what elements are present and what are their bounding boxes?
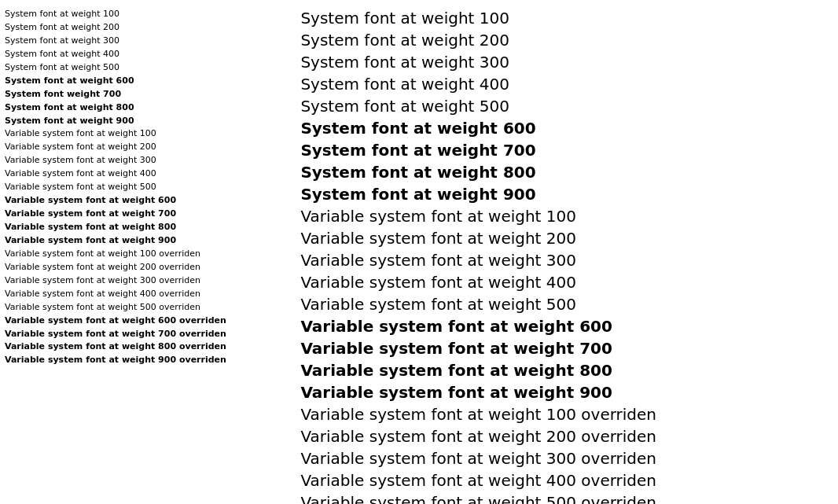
list-item: Variable system font at weight 100: [300, 206, 833, 227]
list-item: Variable system font at weight 900 overr…: [5, 354, 300, 366]
list-item: Variable system font at weight 700: [300, 338, 833, 359]
list-item: System font at weight 300: [5, 35, 300, 47]
list-item: Variable system font at weight 800: [300, 360, 833, 381]
list-item: Variable system font at weight 400: [5, 167, 300, 180]
list-item: Variable system font at weight 300: [5, 154, 300, 167]
list-item: Variable system font at weight 300: [300, 250, 833, 271]
list-item: Variable system font at weight 200 overr…: [300, 426, 833, 447]
list-item: System font at weight 700: [300, 140, 833, 161]
list-item: Variable system font at weight 600: [5, 194, 300, 207]
list-item: System font at weight 900: [5, 115, 300, 127]
list-item: Variable system font at weight 500 overr…: [5, 301, 300, 314]
list-item: Variable system font at weight 700: [5, 208, 300, 220]
list-item: Variable system font at weight 400 overr…: [5, 288, 300, 300]
list-item: Variable system font at weight 100: [5, 127, 300, 140]
list-item: Variable system font at weight 700 overr…: [5, 328, 300, 340]
list-item: Variable system font at weight 200 overr…: [5, 261, 300, 274]
list-item: System font at weight 200: [5, 21, 300, 34]
list-item: Variable system font at weight 900: [300, 382, 833, 403]
list-item: Variable system font at weight 500 overr…: [300, 492, 833, 504]
list-item: System font weight 700: [5, 88, 300, 101]
list-item: Variable system font at weight 100 overr…: [5, 248, 300, 260]
list-item: System font at weight 500: [5, 61, 300, 74]
list-item: System font at weight 800: [300, 162, 833, 183]
list-item: Variable system font at weight 800: [5, 221, 300, 234]
list-item: System font at weight 800: [5, 101, 300, 114]
list-item: System font at weight 900: [300, 184, 833, 205]
list-item: Variable system font at weight 200: [5, 141, 300, 153]
list-item: Variable system font at weight 100 overr…: [300, 404, 833, 425]
list-item: Variable system font at weight 600 overr…: [5, 315, 300, 327]
list-item: Variable system font at weight 800 overr…: [5, 340, 300, 353]
list-item: Variable system font at weight 300 overr…: [5, 274, 300, 287]
list-item: System font at weight 600: [300, 118, 833, 139]
list-item: System font at weight 500: [300, 96, 833, 117]
list-item: System font at weight 400: [300, 74, 833, 95]
right-column: System font at weight 100 System font at…: [300, 8, 833, 504]
list-item: Variable system font at weight 400 overr…: [300, 470, 833, 491]
list-item: System font at weight 300: [300, 52, 833, 73]
list-item: System font at weight 400: [5, 48, 300, 61]
list-item: Variable system font at weight 400: [300, 272, 833, 293]
list-item: Variable system font at weight 200: [300, 228, 833, 249]
list-item: Variable system font at weight 500: [300, 294, 833, 315]
list-item: Variable system font at weight 500: [5, 181, 300, 193]
list-item: Variable system font at weight 300 overr…: [300, 448, 833, 469]
list-item: System font at weight 600: [5, 75, 300, 87]
list-item: Variable system font at weight 600: [300, 316, 833, 337]
list-item: System font at weight 200: [300, 30, 833, 51]
list-item: System font at weight 100: [5, 8, 300, 20]
left-column: System font at weight 100 System font at…: [5, 8, 300, 504]
list-item: System font at weight 100: [300, 8, 833, 29]
list-item: Variable system font at weight 900: [5, 234, 300, 247]
